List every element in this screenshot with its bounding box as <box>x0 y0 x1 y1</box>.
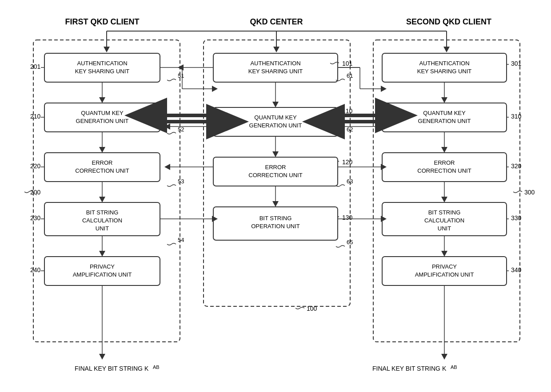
first-auth-label2: KEY SHARING UNIT <box>75 68 130 75</box>
label-53: 53 <box>178 178 184 185</box>
center-header: QKD CENTER <box>250 17 303 26</box>
label-310: 310 <box>511 113 522 120</box>
label-300: 300 <box>524 189 535 196</box>
second-auth-label2: KEY SHARING UNIT <box>417 68 472 75</box>
second-bsc-label1: BIT STRING <box>428 209 461 216</box>
first-ecu-label1: ERROR <box>92 159 113 166</box>
first-output-label: FINAL KEY BIT STRING K <box>75 365 149 372</box>
label-120: 120 <box>342 158 353 166</box>
first-pam-label2: AMPLIFICATION UNIT <box>73 271 132 278</box>
center-bso-label2: OPERATION UNIT <box>251 223 300 230</box>
second-pam-label2: AMPLIFICATION UNIT <box>415 271 474 278</box>
center-ecu-label1: ERROR <box>265 164 286 170</box>
diagram-container: FIRST QKD CLIENT QKD CENTER SECOND QKD C… <box>0 0 551 392</box>
first-ecu-label2: CORRECTION UNIT <box>75 167 129 174</box>
label-210: 210 <box>30 113 41 120</box>
center-bso-label1: BIT STRING <box>260 215 292 222</box>
first-client-header: FIRST QKD CLIENT <box>65 17 140 26</box>
center-auth-label1: AUTHENTICATION <box>250 60 300 67</box>
second-bsc-label2: CALCULATION <box>424 217 464 224</box>
first-qkg-label1: QUANTUM KEY <box>81 110 124 116</box>
label-340: 340 <box>511 266 522 273</box>
label-100: 100 <box>307 305 317 312</box>
center-ecu-label2: CORRECTION UNIT <box>248 172 302 178</box>
label-130: 130 <box>342 214 353 221</box>
label-240: 240 <box>30 266 41 273</box>
label-52: 52 <box>178 126 184 133</box>
second-pam-label1: PRIVACY <box>432 263 457 270</box>
first-bsc-label3: UNIT <box>96 225 109 232</box>
second-ecu-label2: CORRECTION UNIT <box>417 167 471 174</box>
second-bsc-label3: UNIT <box>438 225 451 232</box>
label-65: 65 <box>347 239 353 245</box>
first-output-sub: AB <box>153 364 160 370</box>
second-ecu-label1: ERROR <box>434 159 455 166</box>
first-bsc-label2: CALCULATION <box>82 217 122 224</box>
label-301: 301 <box>511 60 522 67</box>
second-output-label: FINAL KEY BIT STRING K <box>372 365 447 372</box>
label-101: 101 <box>342 60 353 67</box>
label-201: 201 <box>30 63 41 70</box>
first-qkg-label2: GENERATION UNIT <box>76 118 129 124</box>
first-auth-label1: AUTHENTICATION <box>77 60 127 67</box>
first-bsc-label1: BIT STRING <box>86 209 119 216</box>
center-qkg-label2: GENERATION UNIT <box>249 122 302 129</box>
label-220: 220 <box>30 162 41 170</box>
label-54: 54 <box>178 237 184 243</box>
first-pam-label1: PRIVACY <box>90 263 115 270</box>
second-client-header: SECOND QKD CLIENT <box>406 17 491 26</box>
second-auth-label1: AUTHENTICATION <box>419 60 469 67</box>
label-62: 62 <box>347 126 353 133</box>
label-63: 63 <box>347 178 353 185</box>
second-output-sub: AB <box>451 364 457 370</box>
label-320: 320 <box>511 162 522 170</box>
second-qkg-label1: QUANTUM KEY <box>423 110 466 116</box>
label-230: 230 <box>30 214 41 222</box>
label-61: 61 <box>347 72 353 79</box>
center-auth-label2: KEY SHARING UNIT <box>248 68 303 75</box>
center-qkg-label1: QUANTUM KEY <box>254 114 297 121</box>
label-110: 110 <box>342 107 353 115</box>
second-qkg-label2: GENERATION UNIT <box>418 118 471 124</box>
label-51: 51 <box>178 72 184 79</box>
label-330: 330 <box>511 214 522 222</box>
label-200: 200 <box>30 189 41 196</box>
